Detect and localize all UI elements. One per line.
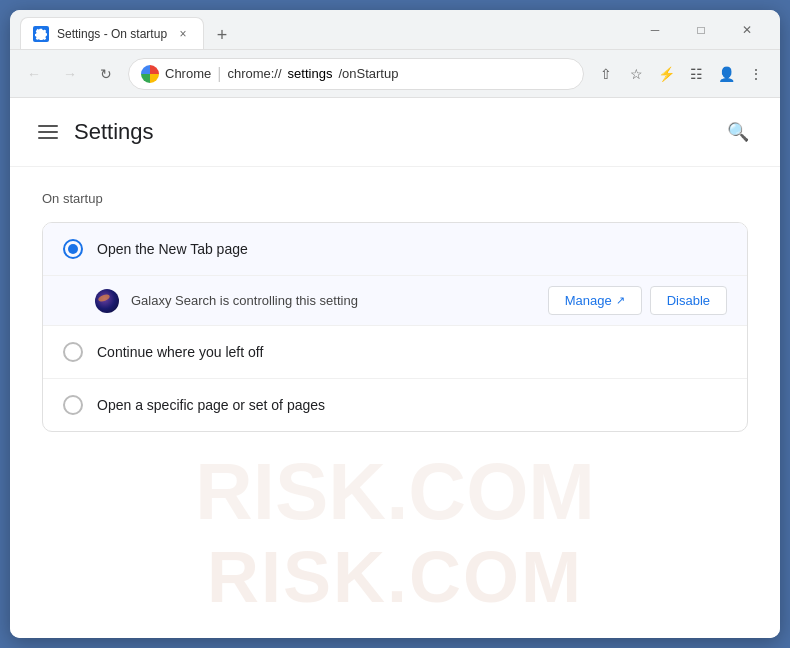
external-link-icon: ↗ — [616, 294, 625, 307]
startup-options-card: Open the New Tab page Galaxy Search is c… — [42, 222, 748, 432]
disable-button[interactable]: Disable — [650, 286, 727, 315]
window-controls: ─ □ ✕ — [632, 14, 770, 46]
settings-header-left: Settings — [34, 119, 154, 145]
close-button[interactable]: ✕ — [724, 14, 770, 46]
chrome-logo-icon — [141, 65, 159, 83]
watermark-top: RISK.COM — [195, 446, 595, 538]
reload-button[interactable]: ↻ — [92, 60, 120, 88]
section-title: On startup — [42, 191, 748, 206]
radio-new-tab[interactable] — [63, 239, 83, 259]
page-content: Settings 🔍 On startup Open the New Tab p… — [10, 98, 780, 638]
galaxy-search-icon — [95, 289, 119, 313]
url-prefix: chrome:// — [227, 66, 281, 81]
more-options-icon[interactable]: ⋮ — [742, 60, 770, 88]
title-bar: Settings - On startup × + ─ □ ✕ — [10, 10, 780, 50]
search-settings-button[interactable]: 🔍 — [720, 114, 756, 150]
tab-favicon — [33, 26, 49, 42]
settings-body: On startup Open the New Tab page Galaxy … — [10, 167, 780, 638]
radio-continue[interactable] — [63, 342, 83, 362]
galaxy-search-sub-row: Galaxy Search is controlling this settin… — [43, 276, 747, 326]
browser-menu-icon[interactable]: ☷ — [682, 60, 710, 88]
new-tab-button[interactable]: + — [208, 21, 236, 49]
manage-button[interactable]: Manage ↗ — [548, 286, 642, 315]
option-continue-label: Continue where you left off — [97, 344, 727, 360]
hamburger-menu-icon[interactable] — [34, 121, 62, 143]
radio-inner-new-tab — [68, 244, 78, 254]
watermark-bottom: RISK.COM — [207, 536, 583, 618]
settings-favicon-icon — [35, 28, 47, 40]
option-row-specific[interactable]: Open a specific page or set of pages — [43, 379, 747, 431]
tab-area: Settings - On startup × + — [20, 10, 632, 49]
forward-button[interactable]: → — [56, 60, 84, 88]
galaxy-search-text: Galaxy Search is controlling this settin… — [131, 293, 536, 308]
bookmark-icon[interactable]: ☆ — [622, 60, 650, 88]
settings-header: Settings 🔍 — [10, 98, 780, 167]
back-button[interactable]: ← — [20, 60, 48, 88]
profile-icon[interactable]: 👤 — [712, 60, 740, 88]
url-suffix: /onStartup — [338, 66, 398, 81]
tab-close-button[interactable]: × — [175, 26, 191, 42]
page-title: Settings — [74, 119, 154, 145]
maximize-button[interactable]: □ — [678, 14, 724, 46]
address-bar: ← → ↻ Chrome | chrome://settings/onStart… — [10, 50, 780, 98]
browser-name-text: Chrome — [165, 66, 211, 81]
url-divider: | — [217, 65, 221, 83]
option-new-tab-label: Open the New Tab page — [97, 241, 727, 257]
url-bar[interactable]: Chrome | chrome://settings/onStartup — [128, 58, 584, 90]
option-row-new-tab[interactable]: Open the New Tab page — [43, 223, 747, 276]
sub-actions: Manage ↗ Disable — [548, 286, 727, 315]
browser-tab[interactable]: Settings - On startup × — [20, 17, 204, 49]
option-row-continue[interactable]: Continue where you left off — [43, 326, 747, 379]
share-icon[interactable]: ⇧ — [592, 60, 620, 88]
option-specific-label: Open a specific page or set of pages — [97, 397, 727, 413]
browser-window: Settings - On startup × + ─ □ ✕ ← → ↻ Ch… — [10, 10, 780, 638]
radio-specific[interactable] — [63, 395, 83, 415]
minimize-button[interactable]: ─ — [632, 14, 678, 46]
url-bold-text: settings — [288, 66, 333, 81]
extensions-icon[interactable]: ⚡ — [652, 60, 680, 88]
tab-title: Settings - On startup — [57, 27, 167, 41]
toolbar-icons: ⇧ ☆ ⚡ ☷ 👤 ⋮ — [592, 60, 770, 88]
